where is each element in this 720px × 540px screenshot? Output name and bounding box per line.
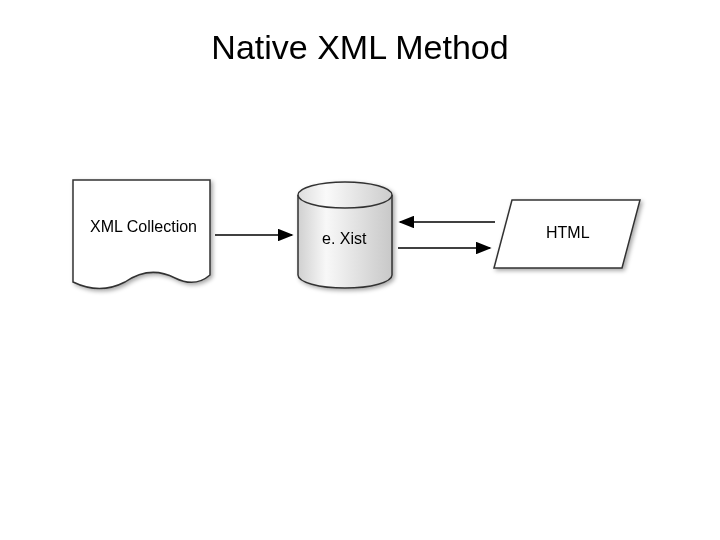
exist-label: e. Xist (322, 230, 366, 248)
html-label: HTML (546, 224, 590, 242)
xml-collection-label: XML Collection (90, 218, 197, 236)
diagram-canvas (0, 0, 720, 540)
svg-point-1 (298, 182, 392, 208)
